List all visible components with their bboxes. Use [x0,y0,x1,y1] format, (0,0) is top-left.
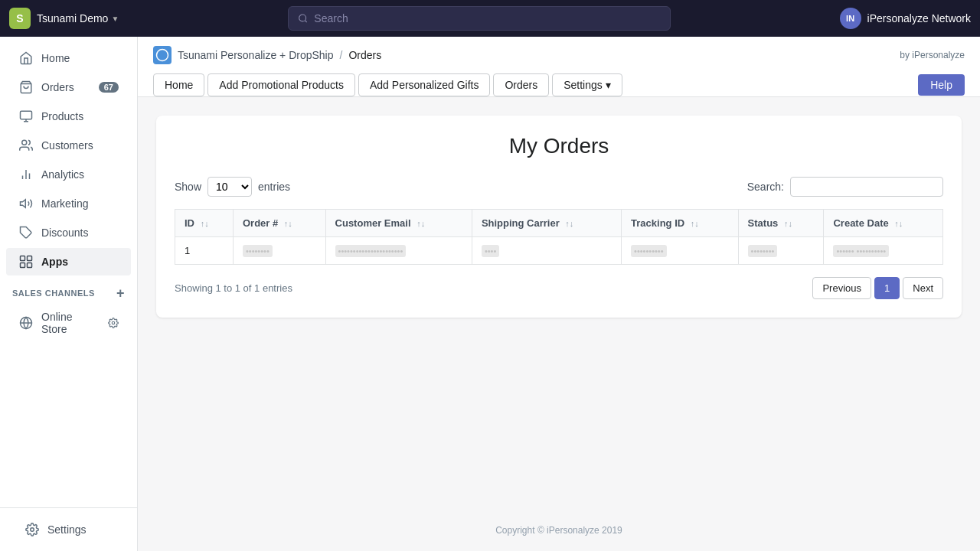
top-nav-right: IN iPersonalyze Network [840,8,971,29]
svg-rect-12 [21,256,25,261]
sidebar-item-online-store[interactable]: Online Store [6,305,131,341]
help-button[interactable]: Help [918,74,965,96]
products-icon [18,109,34,124]
orders-title: My Orders [175,134,943,158]
copyright-text: Copyright © iPersonalyze 2019 [495,525,622,536]
previous-button[interactable]: Previous [812,277,871,299]
svg-point-18 [112,321,115,324]
top-nav-left: S Tsunami Demo ▼ [9,8,119,29]
search-label: Search: [747,181,784,193]
sidebar-item-orders[interactable]: Orders 67 [6,73,131,101]
sidebar-item-customers[interactable]: Customers [6,132,131,159]
next-button[interactable]: Next [903,277,943,299]
cell-id: 1 [175,237,234,265]
nav-add-promo-button[interactable]: Add Promotional Products [207,73,355,96]
sidebar-item-settings[interactable]: Settings [12,516,125,543]
sidebar-item-label: Settings [47,523,87,536]
col-id[interactable]: ID ↑↓ [175,210,234,237]
sidebar-item-label: Customers [41,139,93,152]
table-header-row: ID ↑↓ Order # ↑↓ Customer Email ↑↓ [175,210,943,237]
col-tracking[interactable]: Tracking ID ↑↓ [622,210,739,237]
add-sales-channel-button[interactable]: + [116,286,125,300]
nav-orders-button[interactable]: Orders [493,73,549,96]
table-search-input[interactable] [790,177,943,197]
sort-email-icon: ↑↓ [416,219,425,228]
orders-card: My Orders Show 10 25 50 100 entries [156,116,962,318]
col-status[interactable]: Status ↑↓ [738,210,824,237]
orders-icon [18,80,34,95]
sidebar-nav: Home Orders 67 Products [0,37,137,507]
col-order[interactable]: Order # ↑↓ [233,210,325,237]
entries-select[interactable]: 10 25 50 100 [207,177,252,197]
col-date[interactable]: Create Date ↑↓ [824,210,943,237]
sidebar-item-label: Discounts [41,227,88,239]
shop-name-dropdown[interactable]: Tsunami Demo ▼ [37,12,119,24]
cell-status: •••••••• [738,237,824,265]
main-content: Tsunami Personalize + DropShip / Orders … [138,37,980,551]
app-header: Tsunami Personalize + DropShip / Orders … [138,37,980,97]
sidebar-item-marketing[interactable]: Marketing [6,190,131,217]
orders-table: ID ↑↓ Order # ↑↓ Customer Email ↑↓ [175,209,943,265]
cell-carrier: •••• [472,237,621,265]
user-name: iPersonalyze Network [867,12,971,24]
svg-rect-3 [21,111,32,119]
svg-point-20 [157,50,168,61]
breadcrumb-separator: / [340,49,343,61]
sidebar-item-analytics[interactable]: Analytics [6,161,131,188]
shop-chevron-icon: ▼ [111,15,119,23]
svg-marker-10 [21,200,26,208]
sidebar-item-label: Online Store [41,311,100,335]
sidebar-item-apps[interactable]: Apps [6,248,131,276]
table-row: 1 •••••••• •••••••••••••••••••••• •••• •… [175,237,943,265]
breadcrumb: Tsunami Personalize + DropShip / Orders [153,46,381,64]
showing-text: Showing 1 to 1 of 1 entries [175,282,292,294]
sales-channels-header: SALES CHANNELS + [0,277,137,303]
avatar: IN [840,8,861,29]
sidebar-item-discounts[interactable]: Discounts [6,219,131,246]
svg-point-0 [299,15,306,21]
entries-label: entries [258,181,290,193]
sidebar-item-label: Orders [41,81,74,93]
sidebar-item-label: Products [41,110,83,122]
svg-rect-13 [28,256,32,261]
customers-icon [18,138,34,153]
sidebar-item-products[interactable]: Products [6,103,131,130]
app-nav: Home Add Promotional Products Add Person… [153,73,622,96]
nav-home-button[interactable]: Home [153,73,204,96]
page-1-button[interactable]: 1 [874,277,900,299]
pagination: Previous 1 Next [812,277,943,299]
nav-settings-button[interactable]: Settings ▾ [552,73,622,96]
discounts-icon [18,225,34,240]
col-carrier[interactable]: Shipping Carrier ↑↓ [472,210,621,237]
marketing-icon [18,196,34,211]
sidebar-item-home[interactable]: Home [6,44,131,72]
table-controls: Show 10 25 50 100 entries Search: [175,177,943,197]
table-footer: Showing 1 to 1 of 1 entries Previous 1 N… [175,277,943,299]
layout: Home Orders 67 Products [0,37,980,551]
search-icon [298,13,308,24]
sort-carrier-icon: ↑↓ [565,219,573,228]
cell-order: •••••••• [233,237,325,265]
sidebar: Home Orders 67 Products [0,37,138,551]
orders-badge: 67 [99,82,119,93]
shop-logo: S [9,8,31,29]
online-store-settings-icon[interactable] [108,318,119,328]
analytics-icon [18,167,34,182]
search-input[interactable] [314,12,661,24]
sidebar-bottom: Settings [0,507,137,551]
svg-line-1 [305,21,306,22]
sort-date-icon: ↑↓ [894,219,903,228]
cell-tracking: •••••••••• [622,237,739,265]
sort-status-icon: ↑↓ [784,219,792,228]
col-email[interactable]: Customer Email ↑↓ [325,210,472,237]
sidebar-item-label: Marketing [41,197,88,210]
sort-order-icon: ↑↓ [284,219,292,228]
nav-add-gifts-button[interactable]: Add Personalized Gifts [358,73,490,96]
settings-icon [24,522,40,537]
show-entries-control: Show 10 25 50 100 entries [175,177,290,197]
global-search-bar[interactable] [288,6,671,31]
top-navigation: S Tsunami Demo ▼ IN iPersonalyze Network [0,0,980,37]
svg-rect-14 [21,263,25,268]
svg-rect-15 [28,263,32,268]
apps-icon [18,254,34,269]
